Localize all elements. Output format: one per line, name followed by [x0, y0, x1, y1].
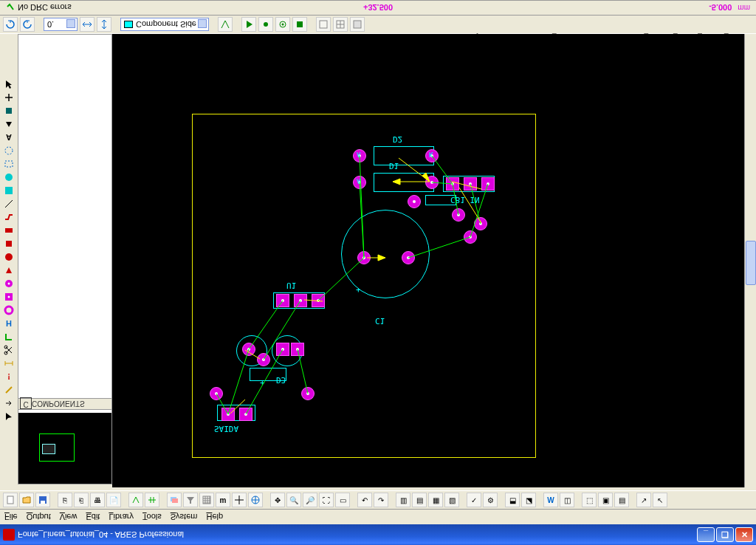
maximize-button[interactable]: ❐: [716, 527, 734, 542]
pad-annulus-icon[interactable]: [2, 304, 16, 316]
line-icon[interactable]: [2, 198, 16, 210]
autoplace-icon[interactable]: ⬓: [505, 493, 520, 507]
unit-label: mm: [738, 4, 750, 12]
open-icon[interactable]: [19, 493, 34, 507]
component-list[interactable]: [18, 35, 111, 402]
ic-icon[interactable]: [2, 105, 16, 117]
zoomout-icon[interactable]: 🔎: [303, 493, 317, 507]
cursor-icon[interactable]: [2, 78, 16, 90]
stop-icon[interactable]: [292, 17, 307, 32]
tool-palette: A H !: [0, 34, 18, 484]
grid2-icon[interactable]: [333, 17, 348, 32]
origin-icon[interactable]: [232, 493, 247, 507]
menu-tools[interactable]: Tools: [142, 513, 162, 521]
toolbar-secondary: 0. Component Side C:/Users/Petry/Documen…: [0, 15, 756, 34]
plus-icon[interactable]: [2, 92, 16, 103]
layers-icon[interactable]: [167, 493, 182, 507]
square-cyan-icon[interactable]: [2, 185, 16, 196]
undo2-icon[interactable]: ↶: [357, 493, 372, 507]
route-gear-icon[interactable]: [275, 17, 290, 32]
redo2-icon[interactable]: ↷: [374, 493, 388, 507]
pcb-canvas[interactable]: D2 D1 CB1 IN C1 U1 D3 SAIDA + + A K A: [112, 34, 755, 487]
trace-icon[interactable]: [2, 211, 16, 223]
probe-icon[interactable]: [2, 384, 16, 396]
w-icon[interactable]: W: [543, 493, 558, 507]
drc-icon[interactable]: ✓: [467, 493, 481, 507]
exit-icon[interactable]: ↗: [636, 493, 651, 507]
svg-rect-26: [172, 498, 178, 503]
square-red-icon[interactable]: [2, 238, 16, 250]
minimize-button[interactable]: _: [697, 527, 715, 542]
pad-square-icon[interactable]: [2, 291, 16, 303]
tool-x1-icon[interactable]: ⚙: [483, 493, 498, 507]
scrollbar-v[interactable]: [744, 34, 756, 487]
save-icon[interactable]: [35, 493, 50, 507]
print-icon[interactable]: 🖶: [90, 493, 105, 507]
menu-help[interactable]: Help: [206, 513, 223, 521]
net2-icon[interactable]: [145, 493, 159, 507]
zoomin-icon[interactable]: 🔍: [286, 493, 301, 507]
pad-round-icon[interactable]: [2, 278, 16, 289]
view3d-icon[interactable]: ⬚: [582, 493, 597, 507]
route-node-icon[interactable]: [258, 17, 273, 32]
dim-icon[interactable]: [2, 357, 16, 369]
circle-red-icon[interactable]: [2, 251, 16, 263]
import-icon[interactable]: ⎘: [58, 493, 72, 507]
align3-icon[interactable]: ▦: [428, 493, 443, 507]
align2-icon[interactable]: ▤: [412, 493, 427, 507]
arrow-right-icon[interactable]: [2, 397, 16, 409]
circle-cyan-icon[interactable]: [2, 171, 16, 183]
align4-icon[interactable]: ▧: [444, 493, 459, 507]
grid-icon[interactable]: [199, 493, 214, 507]
board-icon[interactable]: ▣: [598, 493, 613, 507]
report-icon[interactable]: 📄: [106, 493, 121, 507]
overview-map[interactable]: [18, 413, 111, 484]
new-icon[interactable]: [3, 493, 18, 507]
snap-combo[interactable]: 0.: [44, 18, 78, 31]
arrows-v-icon[interactable]: [97, 17, 111, 32]
menu-output[interactable]: Output: [27, 513, 51, 521]
ratsnest-icon[interactable]: [218, 17, 233, 32]
misc1-icon[interactable]: ◫: [560, 493, 574, 507]
text-icon[interactable]: A: [2, 131, 16, 143]
autoroute-icon[interactable]: ⬔: [521, 493, 536, 507]
menu-library[interactable]: Library: [109, 513, 134, 521]
menu-view[interactable]: View: [60, 513, 78, 521]
scissors-icon[interactable]: [2, 344, 16, 356]
filter-icon[interactable]: [183, 493, 198, 507]
layer-combo[interactable]: Component Side: [120, 18, 209, 31]
export-icon[interactable]: ⎗: [74, 493, 89, 507]
menu-system[interactable]: System: [171, 513, 198, 521]
triangle-down-icon[interactable]: [2, 118, 16, 130]
toolbar-main: ⎘ ⎗ 🖶 📄 m ✥ 🔍 🔎 ⛶ ▭ ↶ ↷ ▥ ▤ ▦ ▧ ✓ ⚙ ⬓ ⬔ …: [0, 490, 756, 510]
play-icon[interactable]: [241, 17, 256, 32]
panel-icon[interactable]: ▤: [614, 493, 629, 507]
undo-button[interactable]: [3, 17, 18, 32]
close-button[interactable]: ✕: [735, 527, 753, 542]
dashcircle-icon[interactable]: [2, 145, 16, 157]
rect-red-icon[interactable]: [2, 224, 16, 236]
via-icon[interactable]: H: [2, 318, 16, 329]
align1-icon[interactable]: ▥: [396, 493, 410, 507]
net-icon[interactable]: [128, 493, 143, 507]
target-icon[interactable]: [248, 493, 263, 507]
excl-icon[interactable]: !: [2, 371, 16, 383]
zoomarea-icon[interactable]: ▭: [335, 493, 350, 507]
center-icon[interactable]: ✥: [270, 493, 285, 507]
poly-red-icon[interactable]: [2, 264, 16, 276]
menu-edit[interactable]: Edit: [86, 513, 100, 521]
zoomfit-icon[interactable]: ⛶: [319, 493, 334, 507]
panel-tab-components[interactable]: COMPONENTS: [18, 398, 111, 410]
grid1-icon[interactable]: [316, 17, 331, 32]
menu-file[interactable]: File: [4, 513, 18, 521]
m-icon[interactable]: m: [216, 493, 230, 507]
dashrect-icon[interactable]: [2, 158, 16, 170]
arrows-h-icon[interactable]: [80, 17, 94, 32]
grid3-icon[interactable]: [350, 17, 365, 32]
pick-icon[interactable]: ↖: [653, 493, 667, 507]
titlebar: Fonte_Linear_tutorial_04 - ARES Professi…: [0, 524, 756, 545]
svg-rect-13: [6, 241, 12, 247]
corner-icon[interactable]: [2, 331, 16, 343]
pointer2-icon[interactable]: [2, 411, 16, 422]
redo-button[interactable]: [20, 17, 35, 32]
